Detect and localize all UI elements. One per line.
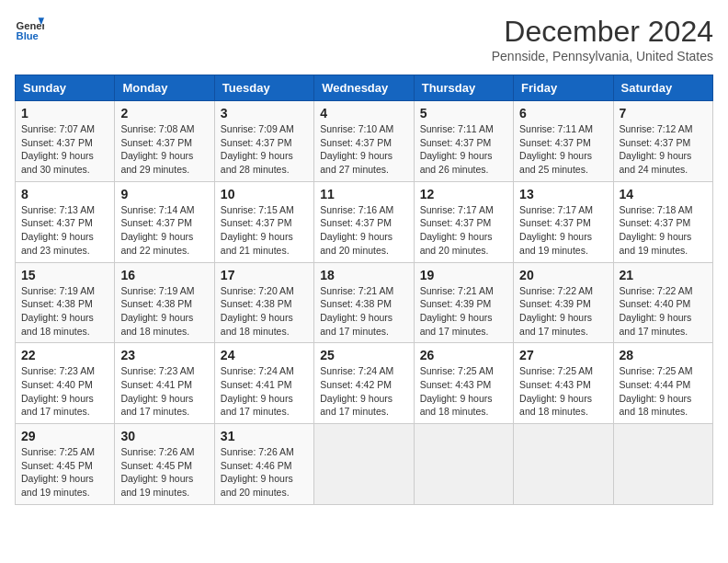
cell-info: Sunrise: 7:26 AMSunset: 4:45 PMDaylight:… — [120, 445, 208, 500]
day-header-friday: Friday — [514, 75, 613, 101]
calendar-cell: 25 Sunrise: 7:24 AMSunset: 4:42 PMDaylig… — [314, 343, 414, 424]
svg-text:Blue: Blue — [17, 30, 39, 41]
cell-info: Sunrise: 7:22 AMSunset: 4:39 PMDaylight:… — [519, 284, 607, 339]
calendar-week-3: 15 Sunrise: 7:19 AMSunset: 4:38 PMDaylig… — [16, 262, 713, 343]
cell-info: Sunrise: 7:25 AMSunset: 4:43 PMDaylight:… — [519, 364, 607, 419]
cell-day-number: 21 — [620, 268, 707, 282]
cell-info: Sunrise: 7:19 AMSunset: 4:38 PMDaylight:… — [120, 284, 208, 339]
calendar-cell: 21 Sunrise: 7:22 AMSunset: 4:40 PMDaylig… — [613, 262, 712, 343]
cell-day-number: 17 — [221, 268, 308, 282]
calendar-cell: 1 Sunrise: 7:07 AMSunset: 4:37 PMDayligh… — [16, 101, 115, 182]
cell-info: Sunrise: 7:13 AMSunset: 4:37 PMDaylight:… — [21, 203, 108, 258]
cell-day-number: 6 — [519, 106, 607, 121]
cell-info: Sunrise: 7:15 AMSunset: 4:37 PMDaylight:… — [221, 203, 308, 258]
cell-info: Sunrise: 7:26 AMSunset: 4:46 PMDaylight:… — [221, 445, 308, 500]
cell-info: Sunrise: 7:21 AMSunset: 4:38 PMDaylight:… — [320, 284, 407, 339]
cell-info: Sunrise: 7:14 AMSunset: 4:37 PMDaylight:… — [120, 203, 208, 258]
cell-day-number: 11 — [320, 187, 407, 201]
cell-day-number: 2 — [120, 106, 208, 121]
cell-day-number: 5 — [420, 106, 507, 121]
location: Pennside, Pennsylvania, United States — [492, 49, 713, 63]
cell-day-number: 25 — [320, 348, 407, 362]
cell-day-number: 15 — [21, 268, 108, 282]
cell-day-number: 8 — [21, 187, 108, 201]
calendar-week-4: 22 Sunrise: 7:23 AMSunset: 4:40 PMDaylig… — [16, 343, 713, 424]
cell-day-number: 22 — [21, 348, 108, 362]
calendar-week-2: 8 Sunrise: 7:13 AMSunset: 4:37 PMDayligh… — [16, 181, 713, 262]
calendar-cell: 5 Sunrise: 7:11 AMSunset: 4:37 PMDayligh… — [414, 101, 513, 182]
day-header-tuesday: Tuesday — [214, 75, 313, 101]
cell-day-number: 14 — [620, 187, 707, 201]
calendar-table: SundayMondayTuesdayWednesdayThursdayFrid… — [15, 75, 713, 505]
calendar-cell: 29 Sunrise: 7:25 AMSunset: 4:45 PMDaylig… — [16, 424, 115, 505]
calendar-cell — [514, 424, 613, 505]
day-header-saturday: Saturday — [613, 75, 712, 101]
cell-day-number: 30 — [120, 429, 208, 443]
page-header: General Blue December 2024 Pennside, Pen… — [15, 15, 713, 63]
cell-info: Sunrise: 7:25 AMSunset: 4:44 PMDaylight:… — [620, 364, 707, 419]
calendar-cell: 24 Sunrise: 7:24 AMSunset: 4:41 PMDaylig… — [214, 343, 313, 424]
calendar-cell: 8 Sunrise: 7:13 AMSunset: 4:37 PMDayligh… — [16, 181, 115, 262]
calendar-cell: 15 Sunrise: 7:19 AMSunset: 4:38 PMDaylig… — [16, 262, 115, 343]
calendar-header: SundayMondayTuesdayWednesdayThursdayFrid… — [16, 75, 713, 101]
day-header-wednesday: Wednesday — [314, 75, 414, 101]
cell-day-number: 20 — [519, 268, 607, 282]
cell-info: Sunrise: 7:11 AMSunset: 4:37 PMDaylight:… — [420, 122, 507, 177]
calendar-cell: 2 Sunrise: 7:08 AMSunset: 4:37 PMDayligh… — [115, 101, 214, 182]
cell-info: Sunrise: 7:24 AMSunset: 4:41 PMDaylight:… — [221, 364, 308, 419]
calendar-cell: 22 Sunrise: 7:23 AMSunset: 4:40 PMDaylig… — [16, 343, 115, 424]
cell-info: Sunrise: 7:25 AMSunset: 4:43 PMDaylight:… — [420, 364, 507, 419]
title-block: December 2024 Pennside, Pennsylvania, Un… — [492, 15, 713, 63]
cell-info: Sunrise: 7:24 AMSunset: 4:42 PMDaylight:… — [320, 364, 407, 419]
cell-day-number: 23 — [120, 348, 208, 362]
cell-day-number: 1 — [21, 106, 108, 121]
day-header-monday: Monday — [115, 75, 214, 101]
calendar-cell — [414, 424, 513, 505]
cell-info: Sunrise: 7:09 AMSunset: 4:37 PMDaylight:… — [221, 122, 308, 177]
calendar-cell: 23 Sunrise: 7:23 AMSunset: 4:41 PMDaylig… — [115, 343, 214, 424]
calendar-cell: 12 Sunrise: 7:17 AMSunset: 4:37 PMDaylig… — [414, 181, 513, 262]
cell-info: Sunrise: 7:07 AMSunset: 4:37 PMDaylight:… — [21, 122, 108, 177]
calendar-cell: 4 Sunrise: 7:10 AMSunset: 4:37 PMDayligh… — [314, 101, 414, 182]
calendar-cell: 27 Sunrise: 7:25 AMSunset: 4:43 PMDaylig… — [514, 343, 613, 424]
cell-day-number: 28 — [620, 348, 707, 362]
cell-day-number: 4 — [320, 106, 407, 121]
calendar-cell: 13 Sunrise: 7:17 AMSunset: 4:37 PMDaylig… — [514, 181, 613, 262]
calendar-cell — [613, 424, 712, 505]
cell-info: Sunrise: 7:12 AMSunset: 4:37 PMDaylight:… — [620, 122, 707, 177]
cell-day-number: 13 — [519, 187, 607, 201]
cell-day-number: 18 — [320, 268, 407, 282]
cell-info: Sunrise: 7:25 AMSunset: 4:45 PMDaylight:… — [21, 445, 108, 500]
calendar-week-1: 1 Sunrise: 7:07 AMSunset: 4:37 PMDayligh… — [16, 101, 713, 182]
cell-day-number: 16 — [120, 268, 208, 282]
logo-icon: General Blue — [15, 15, 44, 44]
cell-info: Sunrise: 7:19 AMSunset: 4:38 PMDaylight:… — [21, 284, 108, 339]
calendar-cell: 19 Sunrise: 7:21 AMSunset: 4:39 PMDaylig… — [414, 262, 513, 343]
calendar-cell: 6 Sunrise: 7:11 AMSunset: 4:37 PMDayligh… — [514, 101, 613, 182]
cell-info: Sunrise: 7:20 AMSunset: 4:38 PMDaylight:… — [221, 284, 308, 339]
cell-day-number: 3 — [221, 106, 308, 121]
calendar-cell — [314, 424, 414, 505]
calendar-cell: 17 Sunrise: 7:20 AMSunset: 4:38 PMDaylig… — [214, 262, 313, 343]
calendar-cell: 30 Sunrise: 7:26 AMSunset: 4:45 PMDaylig… — [115, 424, 214, 505]
cell-info: Sunrise: 7:17 AMSunset: 4:37 PMDaylight:… — [420, 203, 507, 258]
cell-day-number: 7 — [620, 106, 707, 121]
cell-day-number: 19 — [420, 268, 507, 282]
cell-info: Sunrise: 7:10 AMSunset: 4:37 PMDaylight:… — [320, 122, 407, 177]
day-header-thursday: Thursday — [414, 75, 513, 101]
calendar-cell: 16 Sunrise: 7:19 AMSunset: 4:38 PMDaylig… — [115, 262, 214, 343]
cell-info: Sunrise: 7:17 AMSunset: 4:37 PMDaylight:… — [519, 203, 607, 258]
calendar-cell: 9 Sunrise: 7:14 AMSunset: 4:37 PMDayligh… — [115, 181, 214, 262]
calendar-cell: 10 Sunrise: 7:15 AMSunset: 4:37 PMDaylig… — [214, 181, 313, 262]
cell-day-number: 26 — [420, 348, 507, 362]
cell-day-number: 29 — [21, 429, 108, 443]
calendar-cell: 31 Sunrise: 7:26 AMSunset: 4:46 PMDaylig… — [214, 424, 313, 505]
cell-info: Sunrise: 7:08 AMSunset: 4:37 PMDaylight:… — [120, 122, 208, 177]
day-header-sunday: Sunday — [16, 75, 115, 101]
cell-info: Sunrise: 7:18 AMSunset: 4:37 PMDaylight:… — [620, 203, 707, 258]
cell-info: Sunrise: 7:16 AMSunset: 4:37 PMDaylight:… — [320, 203, 407, 258]
calendar-cell: 20 Sunrise: 7:22 AMSunset: 4:39 PMDaylig… — [514, 262, 613, 343]
calendar-cell: 28 Sunrise: 7:25 AMSunset: 4:44 PMDaylig… — [613, 343, 712, 424]
calendar-cell: 3 Sunrise: 7:09 AMSunset: 4:37 PMDayligh… — [214, 101, 313, 182]
calendar-cell: 18 Sunrise: 7:21 AMSunset: 4:38 PMDaylig… — [314, 262, 414, 343]
